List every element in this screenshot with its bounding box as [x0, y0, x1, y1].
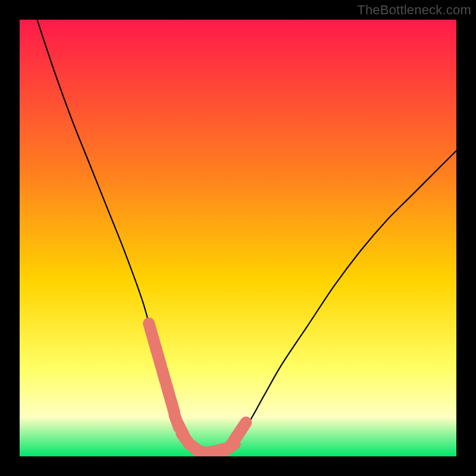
chart-svg — [20, 20, 456, 456]
watermark-text: TheBottleneck.com — [357, 2, 471, 18]
gradient-background — [20, 20, 456, 456]
highlight-marker — [239, 422, 246, 433]
chart-frame: TheBottleneck.com — [0, 0, 476, 476]
plot-area — [20, 20, 456, 456]
